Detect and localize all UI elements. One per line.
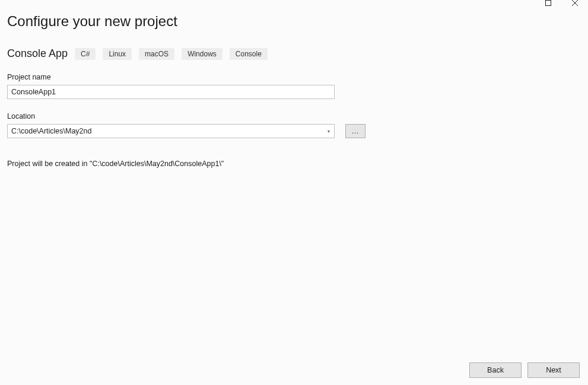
next-button[interactable]: Next bbox=[527, 362, 580, 378]
project-path-info: Project will be created in "C:\code\Arti… bbox=[7, 160, 581, 168]
close-icon[interactable] bbox=[561, 0, 588, 11]
back-button[interactable]: Back bbox=[469, 362, 522, 378]
location-value: C:\code\Articles\May2nd bbox=[8, 126, 323, 136]
tag-windows: Windows bbox=[182, 48, 223, 60]
maximize-icon[interactable] bbox=[535, 0, 561, 11]
tag-linux: Linux bbox=[103, 48, 132, 60]
template-name: Console App bbox=[7, 47, 68, 60]
tag-csharp: C# bbox=[75, 48, 96, 60]
project-name-input[interactable] bbox=[7, 85, 335, 99]
page-title: Configure your new project bbox=[7, 13, 581, 30]
template-header-row: Console App C# Linux macOS Windows Conso… bbox=[7, 47, 581, 60]
tag-macos: macOS bbox=[139, 48, 174, 60]
browse-button[interactable]: ... bbox=[345, 124, 365, 138]
tag-console: Console bbox=[230, 48, 268, 60]
location-label: Location bbox=[7, 112, 581, 120]
svg-rect-0 bbox=[545, 1, 551, 6]
project-name-label: Project name bbox=[7, 73, 581, 81]
location-combo[interactable]: C:\code\Articles\May2nd ▾ bbox=[7, 124, 335, 138]
chevron-down-icon[interactable]: ▾ bbox=[323, 125, 334, 138]
